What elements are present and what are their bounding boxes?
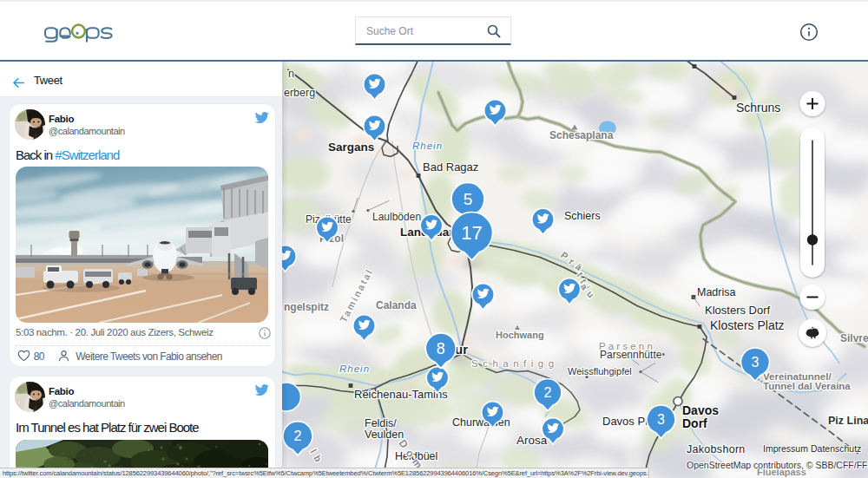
svg-text:n: n bbox=[288, 67, 294, 79]
svg-text:ngelspitz: ngelspitz bbox=[284, 300, 329, 312]
svg-text:Dorf: Dorf bbox=[682, 416, 707, 429]
svg-text:Madrisa: Madrisa bbox=[697, 285, 736, 298]
svg-text:8: 8 bbox=[437, 339, 445, 357]
svg-text:Laulböden: Laulböden bbox=[372, 210, 421, 222]
svg-text:Feldis/: Feldis/ bbox=[365, 416, 397, 429]
svg-text:Schesaplana: Schesaplana bbox=[549, 128, 614, 141]
svg-text:2: 2 bbox=[294, 429, 302, 443]
svg-text:Weissfluhgipfel: Weissfluhgipfel bbox=[568, 365, 632, 376]
svg-text:Rhein: Rhein bbox=[339, 363, 370, 373]
svg-text:OpenStreetMap contributors, ©: OpenStreetMap contributors, © SBB/CFF/FF… bbox=[687, 459, 868, 469]
svg-text:2: 2 bbox=[544, 385, 552, 400]
svg-text:Parsennhütte: Parsennhütte bbox=[600, 348, 662, 360]
svg-text:erberg: erberg bbox=[284, 86, 315, 98]
svg-text:Schiers: Schiers bbox=[564, 209, 601, 221]
svg-text:17: 17 bbox=[461, 222, 482, 244]
svg-text:Bad Ragaz: Bad Ragaz bbox=[423, 160, 478, 173]
svg-text:3: 3 bbox=[657, 412, 665, 427]
svg-text:Rhein: Rhein bbox=[412, 140, 443, 150]
svg-text:Schanfigg: Schanfigg bbox=[471, 357, 559, 368]
svg-text:Jakobshorn: Jakobshorn bbox=[687, 442, 746, 455]
svg-text:Piz Linard: Piz Linard bbox=[828, 414, 868, 426]
svg-text:Davos: Davos bbox=[682, 403, 719, 416]
svg-text:Impressum: Impressum bbox=[763, 442, 808, 453]
svg-text:ur: ur bbox=[455, 341, 468, 356]
svg-text:Sargans: Sargans bbox=[328, 140, 374, 153]
svg-text:Schruns: Schruns bbox=[736, 100, 780, 114]
svg-text:5: 5 bbox=[464, 190, 473, 208]
svg-text:3: 3 bbox=[752, 355, 760, 370]
svg-text:Hochwang: Hochwang bbox=[496, 329, 544, 339]
svg-text:Datenschutz: Datenschutz bbox=[811, 442, 861, 453]
svg-text:Calanda: Calanda bbox=[376, 298, 417, 311]
svg-text:Veulden: Veulden bbox=[365, 428, 404, 440]
svg-text:Klosters Platz: Klosters Platz bbox=[710, 318, 785, 331]
svg-text:Arosa: Arosa bbox=[516, 433, 548, 446]
svg-text:Klosters Dorf: Klosters Dorf bbox=[705, 303, 771, 316]
svg-text:Silvrett: Silvrett bbox=[840, 331, 868, 344]
svg-text:Davos Pl: Davos Pl bbox=[602, 414, 648, 427]
svg-text:Tunnel dal Veraina: Tunnel dal Veraina bbox=[763, 380, 851, 390]
